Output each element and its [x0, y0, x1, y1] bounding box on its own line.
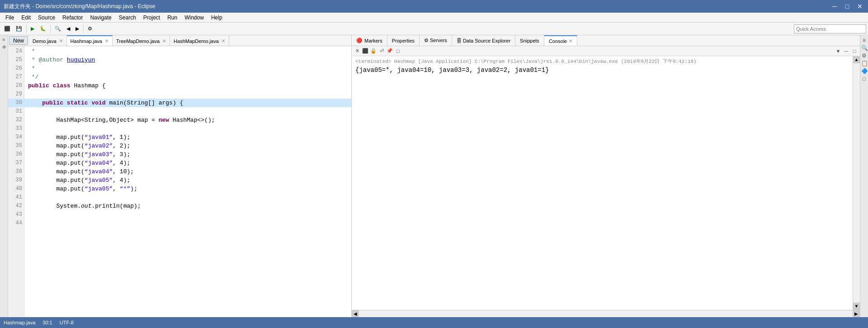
console-word-wrap-btn[interactable]: ⏎	[378, 48, 385, 55]
minimize-button[interactable]: ─	[830, 3, 839, 10]
title-text: 新建文件夹 - Dome/src/com/zking/Map/Hashmap.j…	[4, 3, 155, 10]
tabs-row: New Demo.java ✕ Hashmap.java ✕ TreeMapDe…	[8, 35, 351, 46]
menu-window[interactable]: Window	[181, 14, 208, 22]
tab-demo-java-label: Demo.java	[33, 38, 57, 44]
side-icons-left: ≡ ⊕	[0, 35, 8, 317]
toolbar-sep-3	[83, 25, 84, 33]
toolbar-forward-btn[interactable]: ▶	[73, 24, 81, 34]
toolbar-new-btn[interactable]: ⬛	[2, 24, 13, 34]
console-result-text: {java05=*, java04=10, java03=3, java02=2…	[355, 67, 849, 74]
right-tab-console[interactable]: Console ✕	[544, 35, 577, 46]
right-tab-properties[interactable]: Properties	[387, 35, 420, 46]
tab-treemap-demo[interactable]: TreeMapDemo.java ✕	[113, 35, 170, 46]
status-cursor: 30:1	[42, 320, 52, 325]
tab-hashmap-demo-label: HashMapDemo.java	[174, 38, 219, 44]
quick-access-input[interactable]	[794, 24, 866, 33]
menu-file[interactable]: File	[2, 14, 18, 22]
tab-treemap-demo-close[interactable]: ✕	[162, 38, 166, 43]
console-pin-btn[interactable]: 📌	[386, 48, 393, 55]
right-tab-datasource[interactable]: 🗄 Data Source Explorer	[452, 35, 515, 46]
right-side-icon-3[interactable]: ⚙	[861, 52, 868, 59]
toolbar-search-btn[interactable]: 🔍	[52, 24, 63, 34]
tab-hashmap-java[interactable]: Hashmap.java ✕	[67, 35, 113, 46]
right-tab-snippets-label: Snippets	[520, 38, 539, 43]
right-tab-properties-label: Properties	[392, 38, 415, 43]
menu-refactor[interactable]: Refactor	[59, 14, 86, 22]
menu-edit[interactable]: Edit	[18, 14, 34, 22]
console-minimize-btn[interactable]: ─	[843, 48, 850, 55]
tab-treemap-demo-label: TreeMapDemo.java	[116, 38, 160, 44]
console-scroll-lock-btn[interactable]: 🔒	[370, 48, 377, 55]
right-side-icon-5[interactable]: 🔷	[861, 68, 868, 74]
toolbar-back-btn[interactable]: ◀	[64, 24, 72, 34]
console-clear-btn[interactable]: ✕	[354, 48, 361, 55]
console-stop-btn[interactable]: ⬛	[362, 48, 369, 55]
right-tab-markers-label: Markers	[364, 38, 382, 43]
toolbar-sep-1	[26, 25, 27, 33]
status-bar: Hashmap.java 30:1 UTF-8	[0, 317, 868, 328]
right-side-icon-2[interactable]: 🔍	[861, 45, 868, 51]
right-tab-markers[interactable]: 🔴 Markers	[352, 35, 387, 46]
menu-run[interactable]: Run	[164, 14, 181, 22]
toolbar-save-btn[interactable]: 💾	[14, 24, 24, 34]
right-tabs: 🔴 Markers Properties ⚙ Servers 🗄 Data So…	[352, 35, 860, 46]
tab-demo-java-close[interactable]: ✕	[59, 38, 63, 43]
right-panel: 🔴 Markers Properties ⚙ Servers 🗄 Data So…	[352, 35, 860, 317]
right-tab-markers-icon: 🔴	[356, 38, 363, 43]
right-tab-console-close[interactable]: ✕	[569, 38, 572, 43]
code-content[interactable]: * * @author huguiyun * */ public class H…	[24, 46, 351, 317]
tab-hashmap-java-close[interactable]: ✕	[105, 38, 108, 43]
line-numbers: 24 25 26 27 28 29 30 31 32 33 34 35 36 3…	[8, 46, 24, 317]
status-text: Hashmap.java	[4, 320, 35, 325]
close-button[interactable]: ✕	[855, 3, 864, 10]
right-side-icon-1[interactable]: ≡	[861, 37, 868, 43]
console-terminated-text: <terminated> Hashmap [Java Application] …	[355, 58, 849, 65]
menu-help[interactable]: Help	[208, 14, 226, 22]
maximize-button[interactable]: □	[843, 3, 852, 10]
quick-access-area	[794, 24, 866, 33]
main-area: ≡ ⊕ New Demo.java ✕ Hashmap.java ✕ TreeM…	[0, 35, 868, 317]
status-encoding: UTF-8	[60, 320, 74, 325]
right-side-strip: ≡ 🔍 ⚙ 📋 🔷 □	[860, 35, 868, 317]
right-side-icon-4[interactable]: 📋	[861, 60, 868, 67]
menu-bar: File Edit Source Refactor Navigate Searc…	[0, 13, 868, 23]
console-maximize-btn[interactable]: □	[851, 48, 858, 55]
right-tab-servers[interactable]: ⚙ Servers	[420, 35, 452, 46]
console-view-menu-btn[interactable]: ▼	[835, 48, 842, 55]
code-editor[interactable]: 24 25 26 27 28 29 30 31 32 33 34 35 36 3…	[8, 46, 351, 317]
menu-source[interactable]: Source	[34, 14, 59, 22]
console-open-console-btn[interactable]: □	[394, 48, 401, 55]
new-tab-button[interactable]: New	[9, 36, 28, 45]
console-toolbar: ✕ ⬛ 🔒 ⏎ 📌 □ ▼ ─ □	[352, 46, 860, 56]
right-tab-servers-label: ⚙ Servers	[424, 38, 447, 43]
tab-hashmap-demo-close[interactable]: ✕	[222, 38, 225, 43]
tab-hashmap-demo[interactable]: HashMapDemo.java ✕	[170, 35, 229, 46]
toolbar-debug-btn[interactable]: 🐛	[38, 24, 48, 34]
tab-hashmap-java-label: Hashmap.java	[71, 38, 102, 44]
right-side-icon-6[interactable]: □	[861, 76, 868, 82]
menu-navigate[interactable]: Navigate	[86, 14, 115, 22]
side-icon-2[interactable]: ⊕	[1, 44, 7, 51]
console-output: <terminated> Hashmap [Java Application] …	[352, 56, 853, 310]
editor-panel: New Demo.java ✕ Hashmap.java ✕ TreeMapDe…	[8, 35, 352, 317]
toolbar: ⬛ 💾 ▶ 🐛 🔍 ◀ ▶ ⚙	[0, 23, 868, 35]
right-tab-console-label: Console	[549, 38, 567, 44]
menu-search[interactable]: Search	[115, 14, 140, 22]
toolbar-run-btn[interactable]: ▶	[28, 24, 37, 34]
right-tab-datasource-label: 🗄 Data Source Explorer	[457, 38, 510, 43]
tab-demo-java[interactable]: Demo.java ✕	[29, 35, 67, 46]
title-bar: 新建文件夹 - Dome/src/com/zking/Map/Hashmap.j…	[0, 0, 868, 13]
menu-project[interactable]: Project	[140, 14, 164, 22]
console-h-scrollbar[interactable]: ◀ ▶	[352, 310, 860, 317]
toolbar-prefs-btn[interactable]: ⚙	[85, 24, 94, 34]
side-icon-1[interactable]: ≡	[1, 37, 7, 43]
window-controls: ─ □ ✕	[830, 3, 864, 10]
toolbar-sep-2	[50, 25, 51, 33]
right-tab-snippets[interactable]: Snippets	[515, 35, 544, 46]
console-scrollbar[interactable]: ▲ ▼	[853, 56, 860, 310]
